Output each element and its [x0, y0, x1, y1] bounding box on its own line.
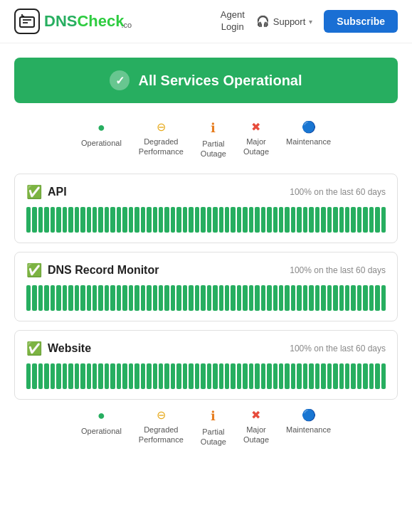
legend-label-major: MajorOutage — [243, 137, 269, 157]
bar — [56, 207, 60, 233]
bar — [93, 207, 97, 233]
bar — [51, 207, 55, 233]
bar — [201, 285, 205, 311]
bar — [369, 363, 374, 389]
bar — [183, 207, 187, 233]
bar — [159, 207, 163, 233]
degraded-icon: ⊖ — [157, 120, 166, 134]
status-banner-text: All Services Operational — [138, 73, 302, 89]
bar — [291, 363, 295, 389]
bar — [164, 363, 169, 389]
bar — [44, 285, 48, 311]
bar — [38, 207, 43, 233]
bar — [51, 363, 55, 389]
bar — [351, 363, 355, 389]
bar — [261, 207, 265, 233]
legend-bottom-maintenance: 🔵 Maintenance — [286, 408, 331, 447]
service-bars — [26, 285, 386, 311]
bar — [279, 285, 283, 311]
bar — [38, 363, 43, 389]
bar — [105, 363, 109, 389]
bar — [134, 207, 139, 233]
bar — [285, 363, 289, 389]
service-status-icon: ✅ — [26, 184, 42, 200]
bar — [56, 363, 60, 389]
services-list: ✅API100% on the last 60 days✅DNS Record … — [14, 174, 398, 400]
bar — [176, 363, 181, 389]
logo-tld: .co — [122, 21, 132, 29]
bar — [63, 363, 67, 389]
legend-label-degraded: DegradedPerformance — [139, 137, 184, 157]
bar — [327, 363, 332, 389]
logo-dns-colored: DNS — [44, 12, 77, 30]
bar — [345, 285, 349, 311]
bar — [117, 285, 121, 311]
main-content: ✓ All Services Operational ● Operational… — [0, 43, 412, 458]
bar — [213, 285, 217, 311]
partial-icon: ℹ — [211, 120, 216, 136]
bar — [357, 207, 361, 233]
bar — [110, 207, 115, 233]
bar — [93, 363, 97, 389]
bar — [32, 363, 36, 389]
logo-icon — [14, 9, 40, 34]
bar — [129, 285, 133, 311]
bar — [87, 285, 91, 311]
bar — [219, 207, 223, 233]
subscribe-button[interactable]: Subscribe — [324, 10, 398, 33]
bar — [176, 285, 181, 311]
bar — [207, 285, 211, 311]
bar — [75, 285, 79, 311]
bar — [351, 207, 355, 233]
bar — [327, 285, 332, 311]
bar — [201, 363, 205, 389]
bar — [249, 207, 253, 233]
bar — [339, 207, 344, 233]
bar — [80, 207, 85, 233]
bar — [32, 285, 36, 311]
bar — [153, 363, 157, 389]
bar — [38, 285, 43, 311]
bar — [363, 285, 367, 311]
bar — [105, 207, 109, 233]
bar — [153, 207, 157, 233]
service-bars — [26, 363, 386, 389]
bar — [44, 363, 48, 389]
bar — [147, 207, 151, 233]
status-check-icon: ✓ — [110, 70, 130, 90]
bar — [339, 285, 344, 311]
bar — [297, 285, 301, 311]
legend-bottom-major: ✖ MajorOutage — [243, 408, 269, 447]
bar — [141, 285, 145, 311]
bar — [381, 285, 386, 311]
bar — [237, 285, 241, 311]
bar — [32, 207, 36, 233]
bar — [231, 363, 235, 389]
bar — [273, 363, 278, 389]
bar — [375, 363, 379, 389]
service-name: API — [48, 186, 67, 198]
bar — [164, 207, 169, 233]
bar — [171, 363, 175, 389]
service-name: Website — [48, 342, 91, 355]
bar — [171, 285, 175, 311]
bar — [315, 285, 319, 311]
bar — [309, 207, 313, 233]
bar — [26, 363, 31, 389]
legend-top: ● Operational ⊖ DegradedPerformance ℹ Pa… — [14, 120, 398, 159]
agent-login-button[interactable]: Agent Login — [221, 9, 245, 33]
bar — [357, 285, 361, 311]
legend-item-major: ✖ MajorOutage — [243, 120, 269, 159]
support-button[interactable]: 🎧 Support ▾ — [256, 15, 313, 28]
bar — [279, 363, 283, 389]
bar — [129, 363, 133, 389]
bar — [291, 207, 295, 233]
bar — [147, 363, 151, 389]
bar — [68, 363, 73, 389]
header-nav: Agent Login 🎧 Support ▾ Subscribe — [221, 9, 398, 33]
service-card-dns-record-monitor: ✅DNS Record Monitor100% on the last 60 d… — [14, 252, 398, 321]
bar — [375, 207, 379, 233]
bar — [195, 363, 199, 389]
bar — [267, 363, 271, 389]
bar — [98, 285, 102, 311]
